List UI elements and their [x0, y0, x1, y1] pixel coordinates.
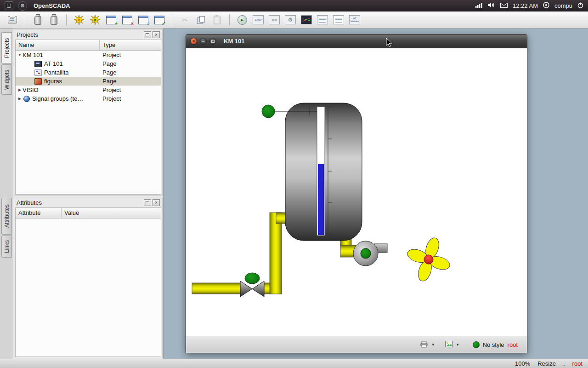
window-close-button[interactable]	[190, 38, 197, 45]
volume-icon[interactable]	[487, 2, 495, 9]
print-dropdown-icon[interactable]: ▾	[431, 342, 435, 347]
tab-attributes[interactable]: Attributes	[1, 198, 12, 235]
tree-row-signal-groups[interactable]: Signal groups (te… Project	[16, 94, 161, 103]
attributes-table-header: Attribute Value	[16, 208, 161, 218]
column-type[interactable]: Type	[100, 40, 161, 50]
projects-panel-title: Projects	[17, 31, 142, 38]
column-attribute[interactable]: Attribute	[16, 208, 62, 218]
protocol-widget-icon[interactable]	[316, 13, 329, 27]
cut-icon[interactable]	[178, 13, 192, 27]
status-dot-text: .	[563, 360, 565, 367]
new-widget-icon[interactable]	[88, 13, 102, 27]
tab-links[interactable]: Links	[1, 236, 12, 258]
attributes-panel: Attributes Attribute Value	[14, 197, 163, 358]
new-project-icon[interactable]	[72, 13, 86, 27]
window-title: KM 101	[224, 38, 245, 45]
copy-icon[interactable]	[194, 13, 208, 27]
tree-row-pantallita[interactable]: Pantallita Page	[16, 68, 161, 77]
dock-tab-strip: Projects Widgets Attributes Links	[0, 29, 13, 359]
image-export-icon[interactable]	[445, 341, 452, 349]
left-pane: Projects Name Type KM 101 Project	[13, 29, 164, 359]
pump[interactable]	[353, 241, 387, 266]
window-minimize-button[interactable]	[200, 38, 207, 45]
tree-row-km101[interactable]: KM 101 Project	[16, 51, 161, 59]
tab-widgets[interactable]: Widgets	[1, 64, 12, 95]
toolbar-separator	[25, 14, 25, 25]
float-panel-button[interactable]	[144, 31, 151, 38]
fan[interactable]	[401, 231, 457, 288]
close-panel-button[interactable]	[153, 199, 160, 206]
tree-row-figuras[interactable]: figuras Page	[16, 77, 161, 86]
run-icon[interactable]	[235, 13, 249, 27]
user-menu[interactable]: compu	[554, 2, 572, 9]
column-value[interactable]: Value	[62, 208, 161, 218]
power-icon[interactable]	[577, 2, 583, 10]
app-title: OpenSCADA	[34, 2, 70, 9]
mouse-cursor	[386, 38, 393, 49]
values-widget-icon[interactable]: AT Values	[348, 13, 362, 27]
expander-icon[interactable]	[17, 88, 23, 92]
window-status-bar: ▾ ▾ No style root	[186, 336, 527, 353]
zoom-level: 100%	[515, 360, 530, 367]
attributes-panel-title: Attributes	[17, 199, 142, 206]
status-bar: 100% Resize . root	[0, 359, 588, 368]
clock[interactable]: 12:22 AM	[513, 2, 538, 9]
delete-item-icon[interactable]: ×	[120, 13, 134, 27]
db-save-icon[interactable]	[47, 13, 61, 27]
toolbar-separator	[229, 14, 230, 25]
scada-canvas[interactable]	[186, 48, 527, 336]
attributes-table-body	[16, 218, 161, 356]
status-dot	[473, 341, 480, 348]
mail-icon[interactable]	[500, 2, 508, 9]
diagram-widget-icon[interactable]	[300, 13, 313, 27]
projects-tree: KM 101 Project AT 101 Page Pantallita Pa…	[16, 51, 161, 194]
expander-icon[interactable]	[17, 53, 23, 57]
status-user-label: root	[572, 360, 582, 367]
paste-icon[interactable]	[210, 13, 224, 27]
document-widget-icon[interactable]	[332, 13, 345, 27]
close-panel-button[interactable]	[153, 31, 160, 38]
text-widget-icon[interactable]: Text	[267, 13, 281, 27]
session-gear-icon[interactable]	[18, 1, 27, 11]
tree-row-at101[interactable]: AT 101 Page	[16, 59, 161, 68]
db-load-icon[interactable]	[31, 13, 45, 27]
toolbar-separator	[66, 14, 67, 25]
screen: OpenSCADA 12:22 AM compu + × ○ ✓ Enter T…	[0, 0, 588, 368]
edit-mode-label: Resize	[537, 360, 556, 367]
tree-row-visio[interactable]: VISIO Project	[16, 86, 161, 94]
network-signal-icon[interactable]	[475, 2, 482, 9]
projects-panel: Projects Name Type KM 101 Project	[14, 29, 163, 196]
top-panel: OpenSCADA 12:22 AM compu	[0, 0, 588, 12]
float-panel-button[interactable]	[144, 199, 151, 206]
enter-widget-icon[interactable]: Enter	[251, 13, 265, 27]
session-grid-icon[interactable]	[5, 1, 13, 10]
window-titlebar[interactable]: KM 101	[186, 34, 527, 48]
print-icon[interactable]	[6, 13, 19, 27]
page-panel-icon	[34, 69, 42, 76]
km101-window[interactable]: KM 101	[186, 34, 527, 353]
project-sphere-icon	[23, 96, 30, 102]
view-item-icon[interactable]: ○	[136, 13, 150, 27]
tab-projects[interactable]: Projects	[1, 32, 12, 63]
ubuntu-one-icon[interactable]	[543, 2, 549, 10]
add-item-icon[interactable]: +	[104, 13, 118, 27]
column-name[interactable]: Name	[16, 40, 100, 50]
window-maximize-button[interactable]	[209, 38, 216, 45]
feed-valve[interactable]	[240, 273, 264, 297]
page-figure-icon	[34, 78, 42, 85]
window-user-label: root	[508, 341, 518, 348]
page-display-icon	[34, 61, 42, 67]
edit-item-icon[interactable]: ✓	[153, 13, 166, 27]
expander-icon[interactable]	[17, 97, 23, 101]
toolbar-separator	[172, 14, 172, 25]
scada-scene	[186, 48, 527, 336]
projects-table-header: Name Type	[16, 40, 161, 51]
media-widget-icon[interactable]	[283, 13, 297, 27]
style-label: No style	[483, 341, 504, 348]
print-icon[interactable]	[420, 340, 428, 349]
main-toolbar: + × ○ ✓ Enter Text AT Values	[0, 12, 588, 29]
image-dropdown-icon[interactable]: ▾	[456, 342, 460, 347]
mdi-area: KM 101	[164, 29, 588, 359]
